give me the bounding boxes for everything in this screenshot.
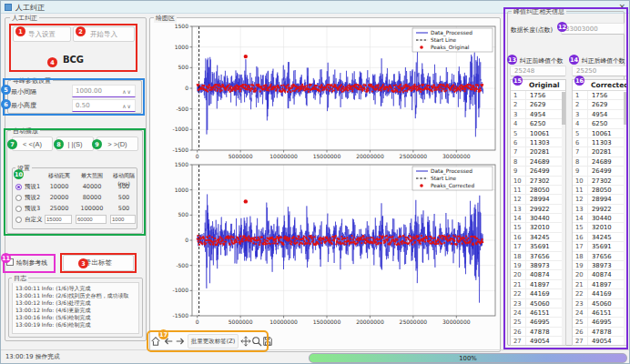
preset-label: 预设1 — [25, 183, 40, 191]
table-row[interactable]: 2446151 — [511, 308, 565, 318]
preset-radio[interactable] — [15, 206, 22, 212]
table-row[interactable]: 22629 — [511, 100, 565, 109]
preset-value: 20000 — [45, 194, 74, 201]
table-row[interactable]: 1228994 — [573, 195, 627, 204]
table-row[interactable]: 46250 — [511, 119, 565, 128]
table-row[interactable]: 2040874 — [511, 270, 565, 279]
table-scrollbar[interactable] — [562, 92, 565, 345]
table-row[interactable]: 1532010 — [573, 223, 627, 232]
svg-text:500: 500 — [178, 211, 189, 217]
table-row[interactable]: 2546995 — [573, 318, 627, 327]
preset-custom-input[interactable] — [110, 215, 136, 224]
table-row[interactable]: 2647878 — [511, 328, 565, 337]
svg-text:-500: -500 — [176, 106, 188, 112]
table-row[interactable]: 1430440 — [511, 214, 565, 223]
table-row[interactable]: 1430440 — [573, 214, 627, 223]
svg-text:Data_Processed: Data_Processed — [431, 168, 472, 175]
table-row[interactable]: 1837656 — [511, 252, 565, 261]
step-forward-button[interactable]: > >(D) — [97, 136, 138, 151]
table-row[interactable]: 824689 — [573, 157, 627, 167]
table-scrollbar[interactable] — [624, 92, 627, 345]
spinner-chevrons-icon[interactable]: ∧∨ — [122, 103, 132, 109]
table-row[interactable]: 34954 — [511, 110, 565, 119]
table-row[interactable]: 1228994 — [511, 195, 565, 204]
table-row[interactable]: 2749054 — [511, 337, 565, 346]
min-height-label: 最小高度 — [11, 101, 36, 110]
table-row[interactable]: 2141897 — [573, 280, 627, 289]
table-row[interactable]: 1128050 — [573, 186, 627, 195]
table-row[interactable]: 1128050 — [511, 186, 565, 195]
table-row[interactable]: 720281 — [573, 147, 627, 157]
svg-text:-1000: -1000 — [173, 126, 189, 132]
table-row[interactable]: 46250 — [573, 119, 627, 128]
batch-change-label-button[interactable]: 批量更改标签(Z) — [188, 334, 239, 349]
svg-text:Peaks_Original: Peaks_Original — [431, 45, 470, 51]
table-row[interactable]: 2546995 — [511, 318, 565, 327]
preset-value: 500 — [110, 205, 137, 212]
table-row[interactable]: 2345060 — [573, 299, 627, 308]
table-row[interactable]: 1532010 — [511, 223, 565, 232]
table-row[interactable]: 720281 — [511, 147, 565, 157]
chart-peaks-original[interactable]: 0500000010000000150000002000000025000000… — [152, 21, 498, 161]
chart-peaks-corrected[interactable]: 0500000010000000150000002000000025000000… — [152, 161, 498, 329]
table-row[interactable]: 34954 — [573, 110, 627, 119]
table-row[interactable]: 926499 — [573, 167, 627, 176]
table-row[interactable]: 2040874 — [573, 270, 627, 279]
step-back-button[interactable]: < <(A) — [12, 136, 53, 151]
table-row[interactable]: 510061 — [511, 129, 565, 138]
min-height-field[interactable]: 0.50 ∧∨ — [72, 99, 136, 112]
preset-radio[interactable] — [15, 217, 22, 223]
close-icon[interactable]: × — [618, 2, 625, 11]
min-interval-field[interactable]: 1000.00 ∧∨ — [72, 85, 136, 97]
spinner-chevrons-icon[interactable]: ∧∨ — [122, 88, 132, 95]
data-length-field: 33003000 — [561, 23, 625, 35]
table-row[interactable]: 1735691 — [511, 242, 565, 251]
preset-radio[interactable] — [15, 184, 22, 190]
table-row[interactable]: 926499 — [511, 167, 565, 176]
table-row[interactable]: 1735691 — [573, 242, 627, 251]
save-icon[interactable] — [262, 336, 273, 347]
table-row[interactable]: 611303 — [573, 138, 627, 147]
log-line: 13:00:19 Info: (6/6)绘制完成 — [15, 321, 136, 329]
svg-text:15000000: 15000000 — [313, 318, 341, 325]
svg-text:10000000: 10000000 — [269, 318, 298, 325]
table-row[interactable]: 1837656 — [573, 252, 627, 261]
table-row[interactable]: 824689 — [511, 157, 565, 167]
preset-custom-input[interactable] — [76, 215, 107, 224]
table-row[interactable]: 1634245 — [511, 233, 565, 242]
pan-icon[interactable] — [240, 336, 251, 347]
preset-custom-input[interactable] — [45, 215, 72, 224]
table-row[interactable]: 1938973 — [511, 261, 565, 270]
table-row[interactable]: 2244169 — [511, 289, 565, 298]
som-mark-7: 7 — [7, 139, 17, 149]
table-row[interactable]: 2647878 — [573, 328, 627, 337]
preset-value: 40000 — [76, 183, 108, 190]
table-row[interactable]: 2244169 — [573, 289, 627, 298]
preset-row: 预设325000100000500 — [12, 205, 137, 215]
table-row[interactable]: 11756 — [573, 91, 627, 100]
table-row[interactable]: 2141897 — [511, 280, 565, 289]
table-row[interactable]: 1027302 — [511, 177, 565, 186]
reference-line-label: 绘制参考线 — [16, 258, 47, 268]
table-row[interactable]: 1634245 — [573, 233, 627, 242]
table-row[interactable]: 22629 — [573, 100, 627, 109]
preset-radio[interactable] — [15, 195, 22, 201]
app-icon — [5, 4, 12, 11]
table-row[interactable]: 11756 — [511, 91, 565, 100]
som-mark-8: 8 — [54, 139, 64, 149]
table-row[interactable]: 1027302 — [573, 177, 627, 186]
table-row[interactable]: 611303 — [511, 138, 565, 147]
svg-text:-1500: -1500 — [173, 147, 189, 153]
zoom-icon[interactable] — [251, 336, 262, 347]
forward-icon[interactable] — [175, 336, 186, 347]
table-row[interactable]: 510061 — [573, 129, 627, 138]
table-row[interactable]: 2446151 — [573, 308, 627, 318]
table-row[interactable]: 1329922 — [573, 205, 627, 214]
table-row[interactable]: 2749054 — [573, 337, 627, 346]
som-mark-12: 12 — [557, 22, 567, 32]
table-row[interactable]: 1329922 — [511, 205, 565, 214]
table-row[interactable]: 1938973 — [573, 261, 627, 270]
svg-text:-500: -500 — [176, 262, 188, 268]
table-row[interactable]: 2345060 — [511, 299, 565, 308]
export-labels-button[interactable]: 导出标签 — [63, 255, 134, 271]
